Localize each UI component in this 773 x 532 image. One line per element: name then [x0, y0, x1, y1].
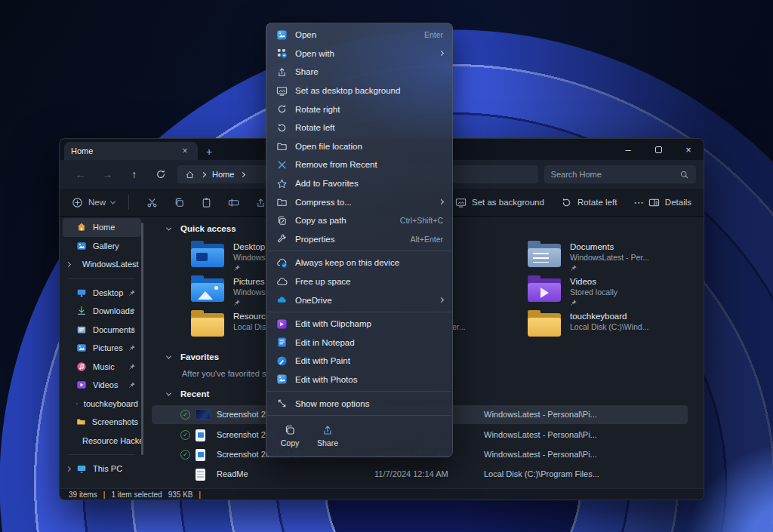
menu-item-onedrive[interactable]: OneDrive	[266, 291, 452, 309]
pin-icon	[570, 264, 577, 272]
menu-item-properties[interactable]: Properties Alt+Enter	[266, 230, 452, 249]
expand-chevron-icon[interactable]	[66, 262, 71, 267]
menu-item-edit-in-notepad[interactable]: Edit in Notepad	[266, 334, 452, 352]
pictures-folder-icon	[191, 276, 224, 302]
quick-copy-button[interactable]: Copy	[273, 422, 307, 450]
menu-item-rotate-right[interactable]: Rotate right	[266, 100, 452, 118]
grid-item-touchkeyboard[interactable]: touchkeyboard Local Disk (C:)\Wind...	[528, 309, 704, 344]
sidebar-item-videos[interactable]: Videos	[63, 376, 141, 395]
menu-item-share[interactable]: Share	[266, 63, 452, 81]
menu-item-always-keep-on-device[interactable]: Always keep on this device	[266, 254, 452, 272]
collapse-chevron-icon[interactable]	[166, 353, 171, 358]
selection-count: 1 item selected	[111, 490, 162, 499]
refresh-icon	[156, 169, 166, 180]
more-options-button[interactable]: ⋯	[633, 196, 644, 208]
sidebar-item-music[interactable]: Music	[63, 358, 141, 377]
forward-button[interactable]: →	[94, 168, 122, 180]
back-button[interactable]: ←	[67, 168, 94, 180]
refresh-button[interactable]	[148, 169, 175, 180]
menu-item-edit-with-photos[interactable]: Edit with Photos	[266, 371, 452, 389]
paint-icon	[276, 355, 288, 367]
breadcrumb-chevron-icon	[201, 171, 206, 177]
menu-item-add-to-favorites[interactable]: Add to Favorites	[266, 174, 452, 193]
menu-item-compress-to[interactable]: Compress to...	[266, 192, 452, 211]
set-as-background-icon	[455, 197, 467, 208]
sidebar-item-documents[interactable]: Documents	[63, 321, 141, 340]
menu-item-rotate-left[interactable]: Rotate left	[266, 118, 452, 137]
up-button[interactable]: ↑	[121, 168, 148, 180]
sidebar-scrollbar[interactable]	[141, 223, 143, 455]
submenu-chevron-icon	[439, 51, 444, 56]
search-box[interactable]	[544, 165, 696, 183]
sidebar-item-this-pc[interactable]: This PC	[63, 460, 141, 478]
collapse-chevron-icon[interactable]	[166, 390, 171, 395]
desktop-icon	[76, 288, 87, 298]
desktop-background-icon	[276, 85, 288, 97]
show-more-icon	[276, 398, 288, 409]
new-tab-button[interactable]: +	[198, 146, 220, 160]
details-label: Details	[665, 198, 691, 207]
pin-icon	[128, 363, 136, 371]
pin-icon	[128, 344, 136, 352]
search-input[interactable]	[551, 170, 679, 179]
rotate-left-button[interactable]: Rotate left	[561, 197, 617, 208]
rename-button[interactable]	[220, 197, 247, 208]
pin-icon	[128, 307, 136, 315]
close-button[interactable]: ×	[673, 139, 704, 160]
toolbar-divider	[128, 195, 129, 210]
documents-icon	[76, 324, 87, 335]
menu-item-edit-with-paint[interactable]: Edit with Paint	[266, 352, 452, 371]
set-as-background-label: Set as background	[472, 198, 544, 207]
image-file-icon	[196, 429, 205, 441]
sync-check-icon: ✓	[180, 410, 190, 420]
copy-button[interactable]	[165, 197, 192, 208]
sidebar-item-downloads[interactable]: Downloads	[63, 302, 141, 321]
sidebar-item-windowslatest[interactable]: WindowsLatest	[63, 255, 141, 274]
grid-item-videos[interactable]: Videos Stored locally	[528, 275, 704, 309]
cut-button[interactable]	[138, 197, 165, 208]
minimize-button[interactable]: –	[613, 139, 643, 160]
sidebar-item-gallery[interactable]: Gallery	[63, 237, 141, 256]
tab-home[interactable]: Home ×	[64, 142, 198, 160]
pin-icon	[128, 326, 136, 334]
menu-item-open-with[interactable]: Open with	[266, 45, 452, 63]
sidebar-item-home[interactable]: Home	[63, 218, 141, 237]
menu-item-show-more-options[interactable]: Show more options	[266, 394, 452, 413]
set-as-background-button[interactable]: Set as background	[455, 197, 544, 208]
cloud-icon	[276, 276, 288, 288]
menu-item-open[interactable]: Open Enter	[266, 26, 452, 45]
section-recent: Recent	[167, 389, 209, 398]
quick-share-button[interactable]: Share	[310, 422, 345, 450]
sidebar-item-desktop[interactable]: Desktop	[63, 284, 141, 303]
rename-icon	[228, 197, 239, 208]
rotate-left-icon	[561, 197, 572, 208]
new-button[interactable]: New	[67, 197, 119, 208]
sidebar-item-touchkeyboard[interactable]: touchkeyboard	[63, 395, 141, 414]
copy-icon	[174, 197, 185, 208]
grid-item-documents[interactable]: Documents WindowsLatest - Per...	[528, 240, 704, 275]
menu-item-copy-as-path[interactable]: Copy as path Ctrl+Shift+C	[266, 211, 452, 230]
collapse-chevron-icon[interactable]	[166, 225, 171, 230]
expand-chevron-icon[interactable]	[66, 466, 71, 472]
menu-quick-actions: Copy Share	[266, 418, 452, 457]
paste-button[interactable]	[192, 197, 220, 208]
sidebar-item-resource-hacker[interactable]: Resource Hacke	[63, 432, 141, 451]
menu-item-edit-with-clipchamp[interactable]: Edit with Clipchamp	[266, 315, 452, 334]
sidebar-item-pictures[interactable]: Pictures	[63, 339, 141, 358]
photos-icon	[276, 374, 288, 385]
sidebar-item-screenshots[interactable]: Screenshots	[63, 413, 141, 432]
menu-item-free-up-space[interactable]: Free up space	[266, 272, 452, 291]
menu-item-set-desktop-background[interactable]: Set as desktop background	[266, 81, 452, 100]
maximize-button[interactable]	[643, 139, 673, 160]
cut-icon	[146, 197, 158, 208]
menu-item-remove-from-recent[interactable]: Remove from Recent	[266, 155, 452, 174]
details-button[interactable]: Details	[648, 197, 691, 208]
menu-item-open-file-location[interactable]: Open file location	[266, 137, 452, 156]
submenu-chevron-icon	[439, 297, 444, 303]
tab-title: Home	[71, 146, 93, 155]
submenu-chevron-icon	[439, 199, 444, 204]
tab-close-icon[interactable]: ×	[179, 146, 191, 156]
breadcrumb-home[interactable]: Home	[212, 170, 234, 179]
home-icon	[185, 170, 195, 180]
recent-row-readme[interactable]: ReadMe 11/7/2024 12:14 AM Local Disk (C:…	[144, 465, 699, 484]
